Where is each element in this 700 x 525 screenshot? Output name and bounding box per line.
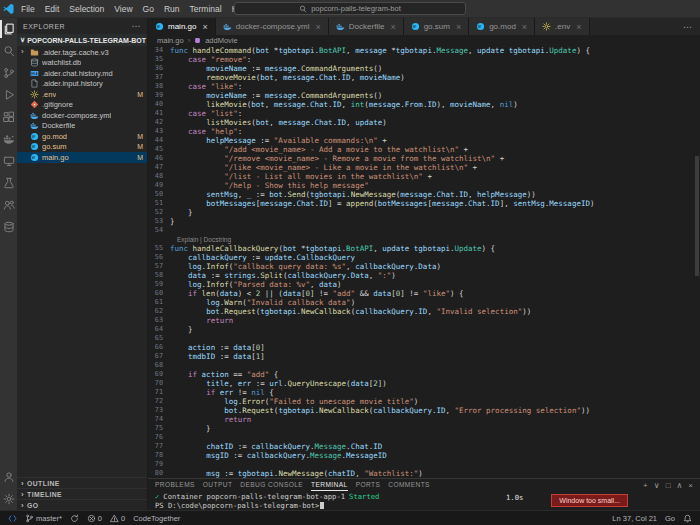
codelens-actions[interactable]: Explain | Docstring [148, 235, 700, 244]
warnings[interactable]: 0 [106, 511, 129, 525]
git-status-badge: M [137, 91, 143, 98]
file-.aider.input.history[interactable]: .aider.input.history [17, 79, 147, 90]
menu-run[interactable]: Run [159, 4, 185, 14]
line-number: 35 [148, 55, 170, 64]
terminal[interactable]: ✓ Container popcorn-palls-telegram-bot-a… [148, 491, 700, 511]
panel-tab-debug-console[interactable]: DEBUG CONSOLE [240, 479, 303, 491]
code-line: 80 msg := tgbotapi.NewMessage(chatID, "W… [148, 469, 700, 478]
panel-tab-ports[interactable]: PORTS [356, 479, 381, 491]
file-name: .aider.tags.cache.v3 [42, 48, 109, 57]
tab-main.go[interactable]: main.go× [148, 18, 216, 35]
errors[interactable]: 0 [83, 511, 106, 525]
editor-scrollbar[interactable] [695, 156, 699, 276]
activity-testing[interactable] [0, 172, 17, 194]
remote-indicator[interactable] [4, 511, 21, 525]
file-docker-compose.yml[interactable]: docker-compose.yml [17, 110, 147, 121]
activity-database[interactable] [0, 216, 17, 238]
section-outline[interactable]: ›OUTLINE [17, 477, 147, 488]
close-icon[interactable]: × [576, 22, 581, 32]
code-editor[interactable]: 34func handleCommand(bot *tgbotapi.BotAP… [148, 46, 700, 478]
sync-changes[interactable] [66, 511, 83, 525]
panel-tab-comments[interactable]: COMMENTS [388, 479, 430, 491]
status-right: Ln 37, Col 21Go [608, 511, 696, 525]
code-line: 77 chatID := callbackQuery.Message.Chat.… [148, 442, 700, 451]
file-main.go[interactable]: main.goM [17, 152, 147, 163]
code-line: 64 } [148, 325, 700, 334]
menu-go[interactable]: Go [138, 4, 159, 14]
language-mode[interactable]: Go [661, 511, 679, 525]
more-actions-icon[interactable]: ⋯ [132, 21, 142, 31]
panel-tab-problems[interactable]: PROBLEMS [155, 479, 195, 491]
tab-go.sum[interactable]: go.sum× [404, 18, 470, 35]
tab-docker-compose.yml[interactable]: docker-compose.yml× [216, 18, 329, 35]
file-tree: ›.aider.tags.cache.v3watchlist.db.aider.… [17, 47, 147, 163]
activity-run-and-debug[interactable] [0, 84, 17, 106]
tab-.env[interactable]: .env× [535, 18, 589, 35]
menu-edit[interactable]: Edit [40, 4, 65, 14]
file-Dockerfile[interactable]: Dockerfile [17, 121, 147, 132]
close-panel-icon[interactable]: × [688, 481, 693, 490]
breadcrumb-symbol[interactable]: addMovie [205, 36, 238, 45]
tab-Dockerfile[interactable]: Dockerfile× [329, 18, 404, 35]
docker-file-icon [30, 111, 39, 120]
maximize-panel-icon[interactable]: ∧ [676, 481, 682, 490]
project-root[interactable]: ∨ POPCORN-PALLS-TELEGRAM-BOT [17, 34, 147, 46]
code-line: 75 } [148, 424, 700, 433]
section-timeline[interactable]: ›TIMELINE [17, 488, 147, 499]
activity-source-control[interactable] [0, 62, 17, 84]
activity-settings[interactable] [0, 488, 17, 510]
codetogether[interactable]: CodeTogether [129, 511, 184, 525]
file-go.mod[interactable]: go.modM [17, 131, 147, 142]
search-icon [299, 5, 307, 13]
code-line: 71 if err != nil { [148, 388, 700, 397]
gofile-icon [30, 142, 39, 151]
close-icon[interactable]: × [456, 22, 461, 32]
menu-file[interactable]: File [16, 4, 40, 14]
menu-view[interactable]: View [109, 4, 137, 14]
line-number: 63 [148, 316, 170, 325]
activity-remote-explorer[interactable] [0, 150, 17, 172]
file-watchlist.db[interactable]: watchlist.db [17, 58, 147, 69]
line-number: 74 [148, 415, 170, 424]
panel-tab-output[interactable]: OUTPUT [203, 479, 233, 491]
dropdown-icon[interactable]: ∨ [654, 481, 660, 490]
code-line: 74 return [148, 415, 700, 424]
notifications[interactable] [679, 511, 696, 525]
menu-terminal[interactable]: Terminal [185, 4, 227, 14]
activity-extensions[interactable] [0, 106, 17, 128]
file-.aider.tags.cache.v3[interactable]: ›.aider.tags.cache.v3 [17, 47, 147, 58]
close-icon[interactable]: × [390, 22, 395, 32]
menu-selection[interactable]: Selection [64, 4, 109, 14]
command-center-search[interactable]: popcorn-palls-telegram-bot [234, 2, 466, 15]
activity-docker[interactable] [0, 128, 17, 150]
section-go[interactable]: ›GO [17, 499, 147, 510]
close-icon[interactable]: × [202, 22, 207, 32]
editor-actions[interactable]: ⋯ [675, 18, 700, 35]
cursor-position[interactable]: Ln 37, Col 21 [608, 511, 661, 525]
activity-account[interactable] [0, 466, 17, 488]
bell-icon [683, 514, 692, 523]
split-icon[interactable]: □ [666, 481, 671, 490]
file-go.sum[interactable]: go.sumM [17, 142, 147, 153]
window-too-small-toast: Window too small... [551, 494, 628, 507]
file-.gitignore[interactable]: .gitignore [17, 100, 147, 111]
code-line: 79 [148, 460, 700, 469]
activity-explorer[interactable] [0, 18, 17, 40]
folder-icon [30, 48, 39, 57]
vscode-window: FileEditSelectionViewGoRunTerminalHelp p… [0, 0, 700, 525]
tab-go.mod[interactable]: go.mod× [469, 18, 535, 35]
error-icon [87, 514, 96, 523]
activity-codetogether[interactable] [0, 194, 17, 216]
close-icon[interactable]: × [522, 22, 527, 32]
file-name: watchlist.db [42, 58, 81, 67]
file-.aider.chat.history.md[interactable]: .aider.chat.history.md [17, 68, 147, 79]
git-branch[interactable]: master* [21, 511, 66, 525]
file-.env[interactable]: .envM [17, 89, 147, 100]
breadcrumb-file[interactable]: main.go [157, 36, 184, 45]
activity-search[interactable] [0, 40, 17, 62]
panel-tab-terminal[interactable]: TERMINAL [311, 479, 348, 491]
line-number: 53 [148, 217, 170, 226]
new-terminal-icon[interactable]: + [643, 481, 648, 490]
close-icon[interactable]: × [316, 22, 321, 32]
line-number: 71 [148, 388, 170, 397]
